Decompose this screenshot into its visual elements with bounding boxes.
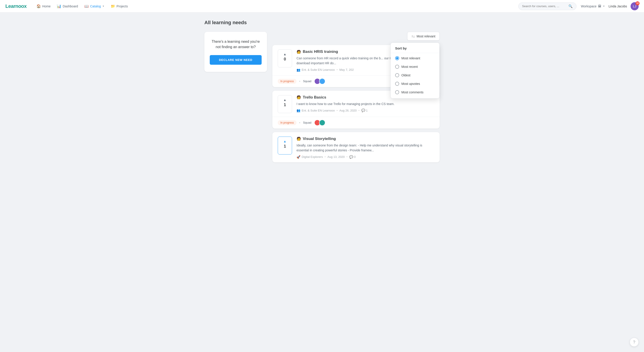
sort-option-most-comments[interactable]: Most comments xyxy=(391,88,440,96)
need-meta-3: 🚀 Digital Explorers • Aug 13, 2020 • 💬 0 xyxy=(296,155,434,159)
need-desc-2: I want to know how to use Trello for man… xyxy=(296,101,434,106)
meta-sep-2: • xyxy=(336,109,338,112)
content-layout: There's a learning need you're not findi… xyxy=(204,32,440,162)
sort-button[interactable]: ↑↓ Most relevant xyxy=(407,32,440,41)
bottom-dot-sep-1: • xyxy=(299,80,300,83)
nav-home-label: Home xyxy=(42,5,50,8)
notification-badge: 10 xyxy=(636,1,640,5)
catalog-chevron-icon: ▼ xyxy=(102,5,104,8)
need-group-3: 🚀 Digital Explorers xyxy=(296,155,323,159)
sort-option-oldest-label: Oldest xyxy=(402,73,410,77)
sidebar-card: There's a learning need you're not findi… xyxy=(204,32,267,72)
items-list: ↑↓ Most relevant Sort by Most relevant M xyxy=(272,32,440,162)
sort-option-most-upvotes-label: Most upvotes xyxy=(402,82,420,86)
workspace-button[interactable]: Workspace 🏛 ▼ xyxy=(581,4,605,8)
sort-option-most-relevant[interactable]: Most relevant xyxy=(391,54,440,63)
need-user-avatar-1: 🧑 xyxy=(296,50,301,54)
search-bar: 🔍 xyxy=(518,3,576,10)
meta-sep-1: • xyxy=(336,68,338,71)
bottom-dot-sep-2: • xyxy=(299,121,300,124)
nav-links: 🏠 Home 📊 Dashboard 📖 Catalog ▼ 📁 Project… xyxy=(34,2,130,10)
page-title: All learning needs xyxy=(204,20,440,26)
sidebar-promo-text: There's a learning need you're not findi… xyxy=(210,39,262,50)
need-card-top-3: ▲ 1 🧑 Visual Storytelling Ideally, can s… xyxy=(272,132,440,162)
status-badge-2: In progress xyxy=(278,120,296,125)
nav-catalog-label: Catalog xyxy=(90,5,101,8)
meta-sep-2b: • xyxy=(358,109,360,112)
learning-need-card-3: ▲ 1 🧑 Visual Storytelling Ideally, can s… xyxy=(272,132,440,162)
group-name-2: Ent. & Suite EN Learnoox xyxy=(302,109,335,112)
search-icon: 🔍 xyxy=(568,4,573,8)
need-meta-2: 👥 Ent. & Suite EN Learnoox • Aug 26, 202… xyxy=(296,109,434,112)
squad-label-1: Squad xyxy=(303,80,312,83)
building-icon: 🏛 xyxy=(598,4,602,8)
squad-avatars-2 xyxy=(314,120,325,126)
sort-radio-most-relevant xyxy=(395,56,399,60)
group-name-3: Digital Explorers xyxy=(302,155,323,158)
sort-icon: ↑↓ xyxy=(412,34,415,38)
sort-radio-most-upvotes xyxy=(395,82,399,86)
sort-dropdown-title: Sort by xyxy=(391,46,440,53)
nav-dashboard[interactable]: 📊 Dashboard xyxy=(54,2,81,10)
navbar: Learnoox 🏠 Home 📊 Dashboard 📖 Catalog ▼ … xyxy=(0,0,644,13)
vote-count-2: 1 xyxy=(284,103,286,107)
sort-dropdown: Sort by Most relevant Most recent Oldest xyxy=(390,43,440,99)
sort-option-most-comments-label: Most comments xyxy=(402,90,424,94)
main-content: All learning needs There's a learning ne… xyxy=(199,13,445,169)
sort-option-most-relevant-label: Most relevant xyxy=(402,56,420,60)
need-group-1: 👥 Ent. & Suite EN Learnoox xyxy=(296,68,335,72)
need-card-bottom-2: In progress • Squad xyxy=(272,117,440,128)
need-user-avatar-2: 🧑 xyxy=(296,95,301,99)
upvote-arrow-3: ▲ xyxy=(283,139,286,143)
nav-right: Workspace 🏛 ▼ Linda Jacobs LJ 10 xyxy=(581,2,639,10)
sort-option-most-recent-label: Most recent xyxy=(402,65,418,69)
need-title-2: Trello Basics xyxy=(303,95,326,100)
vote-box-2[interactable]: ▲ 1 xyxy=(278,95,292,113)
sort-option-oldest[interactable]: Oldest xyxy=(391,71,440,80)
need-desc-3: Ideally, can someone from the design tea… xyxy=(296,143,434,153)
group-icon-3: 🚀 xyxy=(296,155,300,159)
vote-box-1[interactable]: ▲ 0 xyxy=(278,50,292,67)
need-date-3: Aug 13, 2020 xyxy=(327,155,344,158)
comment-count-3: 0 xyxy=(354,155,356,158)
nav-catalog[interactable]: 📖 Catalog ▼ xyxy=(82,2,107,10)
squad-avatar-2b xyxy=(319,120,325,126)
comment-wrap-2: 💬 1 xyxy=(361,109,368,112)
squad-avatars-1 xyxy=(314,78,325,84)
comment-icon-3: 💬 xyxy=(349,155,353,159)
nav-home[interactable]: 🏠 Home xyxy=(34,2,53,10)
need-group-2: 👥 Ent. & Suite EN Learnoox xyxy=(296,109,335,112)
nav-projects[interactable]: 📁 Projects xyxy=(108,2,130,10)
vote-count-3: 1 xyxy=(284,144,286,149)
vote-box-3[interactable]: ▲ 1 xyxy=(278,137,292,154)
upvote-arrow-2: ▲ xyxy=(283,98,286,102)
declare-new-need-button[interactable]: DECLARE NEW NEED xyxy=(210,55,262,65)
comment-icon-2: 💬 xyxy=(361,109,365,112)
sort-bar: ↑↓ Most relevant Sort by Most relevant M xyxy=(272,32,440,41)
sort-option-most-upvotes[interactable]: Most upvotes xyxy=(391,80,440,88)
meta-sep-3: • xyxy=(325,155,326,158)
vote-count-1: 0 xyxy=(284,57,286,62)
group-icon-2: 👥 xyxy=(296,109,300,112)
comment-wrap-3: 💬 0 xyxy=(349,155,356,159)
catalog-icon: 📖 xyxy=(84,4,89,8)
need-date-2: Aug 26, 2020 xyxy=(340,109,357,112)
need-content-3: 🧑 Visual Storytelling Ideally, can someo… xyxy=(296,137,434,159)
workspace-chevron-icon: ▼ xyxy=(603,5,605,8)
need-user-avatar-3: 🧑 xyxy=(296,137,301,141)
logo[interactable]: Learnoox xyxy=(5,3,26,9)
home-icon: 🏠 xyxy=(36,4,41,8)
search-input[interactable] xyxy=(522,5,567,8)
sort-option-most-recent[interactable]: Most recent xyxy=(391,63,440,71)
nav-dashboard-label: Dashboard xyxy=(62,5,78,8)
help-button[interactable]: ? xyxy=(630,338,639,347)
squad-label-2: Squad xyxy=(303,121,312,124)
group-name-1: Ent. & Suite EN Learnoox xyxy=(302,68,335,71)
status-badge-1: In progress xyxy=(278,79,296,84)
sort-radio-dot xyxy=(396,57,398,59)
squad-avatar-1b xyxy=(319,78,325,84)
nav-projects-label: Projects xyxy=(116,5,128,8)
dashboard-icon: 📊 xyxy=(57,4,61,8)
group-icon-1: 👥 xyxy=(296,68,300,72)
need-title-1: Basic HRIS training xyxy=(303,50,338,54)
